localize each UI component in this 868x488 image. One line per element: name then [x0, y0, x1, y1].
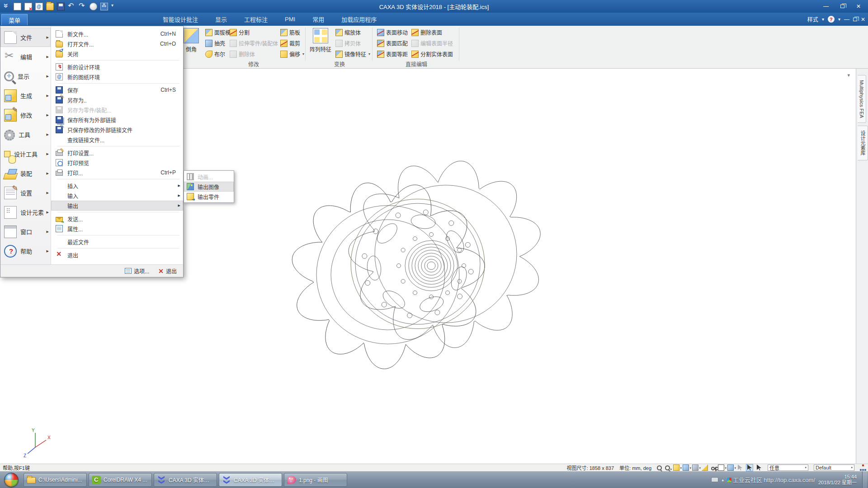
doc-close-button[interactable]: ✕	[861, 16, 865, 23]
menu-item[interactable]: 属性...	[51, 224, 183, 234]
taskbar-button[interactable]: CAXA 3D 实体设...	[219, 473, 282, 487]
ribbon-button[interactable]: 裁剪	[278, 38, 302, 48]
close-button[interactable]: ✕	[853, 3, 864, 10]
menu-item[interactable]: 保存Ctrl+S	[51, 85, 183, 95]
restore-button[interactable]	[836, 3, 848, 10]
menu-item[interactable]: 保存所有为外部链接	[51, 115, 183, 125]
menu-item[interactable]: 另存为..	[51, 95, 183, 105]
select-icon[interactable]	[756, 465, 762, 471]
doc-restore-button[interactable]	[853, 18, 857, 21]
render-mode-icon[interactable]: ▾	[683, 465, 689, 471]
submenu-item[interactable]: 输出零件	[184, 192, 234, 202]
ribbon-button[interactable]: 偏移▾	[278, 49, 306, 59]
viewcube-icon[interactable]: ▾	[718, 465, 724, 471]
tab-3[interactable]: 工程标注	[242, 15, 269, 23]
sidebar-item-窗口[interactable]: 窗口▶	[0, 222, 51, 241]
sidebar-item-设置[interactable]: 设置▶	[0, 183, 51, 202]
selection-filter-select[interactable]: 任意▾	[768, 465, 808, 471]
new-body-icon[interactable]: ▾	[673, 465, 679, 471]
sidebar-item-文件[interactable]: 文件▶	[0, 28, 51, 47]
tray-expand-icon[interactable]: ▴	[722, 478, 724, 482]
select-active-icon[interactable]	[746, 465, 753, 471]
exit-button[interactable]: ✕ 退出	[158, 267, 177, 275]
sidebar-item-编辑[interactable]: 编辑▶	[0, 47, 51, 66]
minimize-button[interactable]: —	[820, 3, 832, 10]
input-method-icon[interactable]	[711, 477, 718, 482]
ribbon-button[interactable]: 分割实体表面	[410, 49, 455, 59]
sidebar-item-帮助[interactable]: 帮助▶	[0, 241, 51, 261]
ribbon-button[interactable]: 表面匹配	[375, 38, 410, 48]
new-doc-icon[interactable]	[14, 3, 21, 10]
select-dim-icon[interactable]	[737, 465, 743, 471]
menu-item[interactable]: 打印...Ctrl+P	[51, 168, 183, 178]
menu-item[interactable]: 打印预览	[51, 158, 183, 168]
save-icon[interactable]	[57, 3, 65, 10]
taskbar-button[interactable]: CorelDRAW X4 ...	[89, 473, 152, 487]
menu-item[interactable]: 发送...	[51, 214, 183, 224]
ribbon-button[interactable]: 布尔	[203, 49, 227, 59]
menu-item[interactable]: 新的图纸环境	[51, 72, 183, 82]
ribbon-button[interactable]: 表面移动	[375, 27, 410, 38]
sidebar-item-显示[interactable]: 显示▶	[0, 66, 51, 86]
undo-icon[interactable]	[68, 3, 75, 10]
ribbon-collapse-icon[interactable]: ▾	[847, 72, 850, 78]
projection-icon[interactable]: ▾	[727, 465, 734, 471]
more-icon[interactable]	[111, 3, 116, 10]
menu-item[interactable]: 打开文件...Ctrl+O	[51, 39, 183, 49]
link-doc-icon[interactable]	[35, 3, 43, 10]
taskbar-clock[interactable]: 15:44 2018/1/22 星期一	[818, 474, 857, 486]
side-tab-1[interactable]: Multiphysics FEA	[858, 75, 866, 123]
wedge-icon[interactable]	[702, 465, 708, 471]
menu-item[interactable]: 查找链接文件...	[51, 135, 183, 145]
style-dropdown-icon[interactable]: ▾	[822, 17, 824, 22]
menu-item[interactable]: 新文件...Ctrl+N	[51, 29, 183, 39]
ribbon-button[interactable]: 筋板	[278, 27, 302, 38]
menu-item[interactable]: 退出	[51, 250, 183, 260]
tray-banner[interactable]: 工业云社区 http://top.caxa.com/	[727, 475, 815, 484]
menu-item[interactable]: 输入▶	[51, 191, 183, 201]
open-folder-icon[interactable]	[46, 3, 54, 10]
menu-item[interactable]: 插入▶	[51, 181, 183, 191]
ribbon-button[interactable]: 表面等距	[375, 49, 410, 59]
visibility-icon[interactable]: ▾	[711, 467, 715, 470]
start-button[interactable]	[4, 473, 19, 487]
ribbon-button[interactable]: 缩放体	[334, 27, 363, 38]
sidebar-item-修改[interactable]: 修改▶	[0, 105, 51, 125]
sidebar-item-生成[interactable]: 生成▶	[0, 86, 51, 105]
ribbon-button[interactable]: 删除表面	[410, 27, 444, 38]
render-style-select[interactable]: Default▾	[814, 465, 854, 471]
zoom-icon[interactable]	[657, 465, 662, 470]
help-icon[interactable]: ?	[828, 16, 835, 23]
options-button[interactable]: 选项...	[125, 267, 149, 275]
ribbon-button[interactable]: 镜像特征▾	[334, 49, 372, 59]
menu-item[interactable]: 最近文件	[51, 237, 183, 247]
taskbar-button[interactable]: C:\Users\Admini...	[24, 473, 87, 487]
sidebar-item-设计工具[interactable]: 设计工具▶	[0, 144, 51, 164]
menu-item[interactable]: 输出▶	[51, 201, 183, 211]
close-doc-icon[interactable]	[24, 3, 32, 10]
sidebar-item-装配[interactable]: 装配▶	[0, 164, 51, 183]
taskbar-button[interactable]: 1.png - 画图	[284, 473, 347, 487]
menu-item[interactable]: 打印设置...	[51, 148, 183, 158]
help-dropdown-icon[interactable]: ▾	[838, 17, 840, 22]
side-tab-2[interactable]: 设计元素库	[858, 126, 868, 160]
named-views-icon[interactable]: ▾	[692, 465, 698, 471]
redo-icon[interactable]	[79, 3, 86, 10]
draft-mode-icon[interactable]	[100, 3, 108, 10]
submenu-item[interactable]: 输出图像	[184, 182, 234, 192]
taskbar-button[interactable]: CAXA 3D 实体设...	[154, 473, 217, 487]
menu-item[interactable]: 关闭	[51, 49, 183, 59]
menu-item[interactable]: 新的设计环境	[51, 62, 183, 72]
tab-2[interactable]: 显示	[213, 15, 229, 23]
ribbon-button[interactable]: 抽壳	[203, 38, 227, 48]
sidebar-item-工具[interactable]: 工具▶	[0, 125, 51, 144]
tab-1[interactable]: 智能设计批注	[161, 15, 200, 23]
ribbon-button[interactable]: 分割	[228, 27, 251, 38]
zoom-window-icon[interactable]: ▾	[665, 465, 670, 470]
doc-minimize-button[interactable]: —	[844, 16, 849, 23]
design-tree-icon[interactable]	[860, 465, 866, 471]
menu-item[interactable]: 只保存修改的外部链接文件	[51, 125, 183, 135]
main-menu-button[interactable]: 菜单	[1, 14, 28, 25]
ribbon-button[interactable]: 阵列特征	[308, 27, 333, 53]
tab-6[interactable]: 加载应用程序	[340, 15, 378, 23]
